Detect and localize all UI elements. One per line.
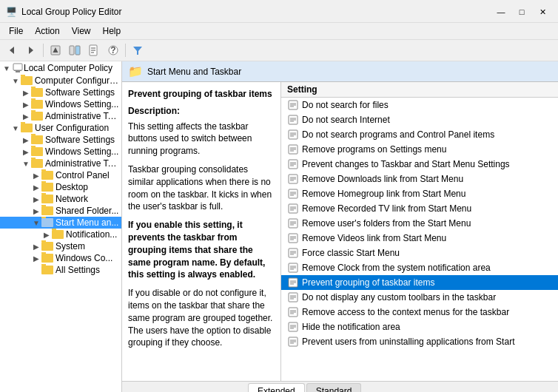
- tree-toggle[interactable]: ▼: [10, 124, 21, 132]
- svg-marker-0: [10, 47, 14, 54]
- settings-row[interactable]: Remove user's folders from the Start Men…: [281, 216, 558, 231]
- tree-toggle[interactable]: ▶: [21, 136, 31, 144]
- settings-row[interactable]: Prevent changes to Taskbar and Start Men…: [281, 157, 558, 172]
- back-button[interactable]: [3, 42, 21, 58]
- tree-desktop[interactable]: ▶ Desktop: [0, 181, 121, 193]
- settings-row[interactable]: Remove Homegroup link from Start Menu: [281, 186, 558, 201]
- tree-toggle[interactable]: ▶: [21, 89, 31, 97]
- tree-toggle[interactable]: ▶: [31, 207, 41, 215]
- tree-label: Computer Configura...: [35, 75, 120, 86]
- up-button[interactable]: ▲: [47, 42, 64, 58]
- policy-icon: [287, 291, 299, 303]
- tree-root[interactable]: ▼ Local Computer Policy: [0, 61, 121, 75]
- settings-row[interactable]: Hide the notification area: [281, 320, 558, 334]
- tree-toggle[interactable]: ▶: [31, 254, 41, 263]
- settings-row[interactable]: Remove programs on Settings menu: [281, 142, 558, 157]
- tree-notifications[interactable]: ▶ Notification...: [0, 229, 121, 240]
- tree-label: System: [56, 241, 85, 251]
- help-toolbar-button[interactable]: ?: [104, 42, 122, 58]
- tree-toggle[interactable]: ▶: [31, 195, 41, 203]
- settings-row-label: Do not display any custom toolbars in th…: [302, 292, 496, 303]
- policy-icon: [287, 188, 299, 200]
- folder-icon: [41, 206, 53, 215]
- tree-windows-settings-comp[interactable]: ▶ Windows Setting...: [0, 98, 121, 110]
- tree-label: Software Settings: [45, 135, 115, 145]
- settings-row-label: Remove Homegroup link from Start Menu: [302, 189, 465, 199]
- policy-icon: [287, 114, 299, 126]
- settings-row[interactable]: Do not search for files: [281, 98, 558, 112]
- tree-toggle[interactable]: ▶: [41, 231, 52, 239]
- settings-row[interactable]: Force classic Start Menu: [281, 246, 558, 260]
- tree-control-panel[interactable]: ▶ Control Panel: [0, 169, 121, 181]
- toolbar-separator-2: [125, 44, 126, 57]
- tree-admin-templates-comp[interactable]: ▶ Administrative Te...: [0, 110, 121, 122]
- tree-toggle[interactable]: ▶: [31, 183, 41, 192]
- tree-start-menu[interactable]: ▼ Start Menu an...: [0, 217, 121, 229]
- forward-button[interactable]: [22, 42, 40, 58]
- menu-file[interactable]: File: [3, 24, 29, 38]
- tree-label: Administrative Te...: [45, 158, 120, 169]
- title-bar: 🖥️ Local Group Policy Editor — □ ✕: [0, 0, 558, 23]
- tree-shared-folders[interactable]: ▶ Shared Folder...: [0, 205, 121, 217]
- tab-extended[interactable]: Extended: [248, 383, 305, 392]
- policy-icon: [287, 247, 299, 259]
- tree-label: Software Settings: [45, 87, 115, 98]
- tree-toggle[interactable]: ▶: [21, 101, 31, 109]
- policy-icon: [287, 321, 299, 333]
- tree-toggle[interactable]: ▼: [31, 219, 41, 227]
- window-title: Local Group Policy Editor: [21, 7, 121, 17]
- menu-view[interactable]: View: [66, 24, 97, 38]
- settings-row[interactable]: Do not search programs and Control Panel…: [281, 127, 558, 142]
- tree-toggle[interactable]: ▶: [31, 243, 41, 251]
- tree-all-settings[interactable]: All Settings: [0, 264, 121, 276]
- tab-standard[interactable]: Standard: [306, 383, 362, 392]
- tree-windows-settings-user[interactable]: ▶ Windows Setting...: [0, 146, 121, 158]
- policy-icon: [287, 129, 299, 141]
- folder-icon: [41, 266, 53, 274]
- filter-button[interactable]: [129, 42, 147, 58]
- folder-icon: [21, 124, 33, 132]
- settings-row[interactable]: Remove Downloads link from Start Menu: [281, 172, 558, 186]
- maximize-button[interactable]: □: [512, 4, 531, 19]
- tree-toggle[interactable]: ▼: [1, 64, 12, 72]
- settings-row[interactable]: Remove access to the context menus for t…: [281, 305, 558, 320]
- tree-system[interactable]: ▶ System: [0, 240, 121, 252]
- svg-text:▲: ▲: [51, 44, 60, 55]
- showhide-button[interactable]: [66, 42, 84, 58]
- tree-toggle[interactable]: ▶: [31, 172, 41, 180]
- folder-icon: [31, 135, 43, 144]
- settings-row-label: Prevent users from uninstalling applicat…: [302, 337, 514, 347]
- close-button[interactable]: ✕: [533, 4, 552, 19]
- settings-panel: Setting Do not search for filesDo not se…: [281, 82, 558, 381]
- tree-network[interactable]: ▶ Network: [0, 193, 121, 205]
- tree-computer-config[interactable]: ▼ Computer Configura...: [0, 75, 121, 87]
- settings-row[interactable]: Remove Recorded TV link from Start Menu: [281, 201, 558, 216]
- tree-windows-components[interactable]: ▶ Windows Co...: [0, 252, 121, 264]
- settings-row[interactable]: Prevent grouping of taskbar items: [281, 275, 558, 290]
- folder-icon: [41, 242, 53, 251]
- minimize-button[interactable]: —: [491, 4, 511, 19]
- properties-button[interactable]: [85, 42, 103, 58]
- settings-row[interactable]: Do not display any custom toolbars in th…: [281, 290, 558, 305]
- tree-toggle[interactable]: ▶: [21, 148, 31, 156]
- tree-user-config[interactable]: ▼ User Configuration: [0, 122, 121, 134]
- tree-label: Network: [56, 194, 88, 204]
- settings-row[interactable]: Remove Videos link from Start Menu: [281, 231, 558, 246]
- folder-icon: [41, 254, 53, 263]
- tree-toggle[interactable]: ▼: [10, 77, 21, 85]
- tree-admin-templates-user[interactable]: ▼ Administrative Te...: [0, 158, 121, 169]
- settings-row[interactable]: Do not search Internet: [281, 112, 558, 127]
- settings-row[interactable]: Remove Clock from the system notificatio…: [281, 260, 558, 275]
- menu-help[interactable]: Help: [97, 24, 127, 38]
- description-para-2: Taskbar grouping consolidates similar ap…: [128, 163, 275, 213]
- menu-action[interactable]: Action: [29, 24, 65, 38]
- settings-row-label: Do not search for files: [302, 100, 389, 110]
- tree-toggle[interactable]: ▶: [21, 112, 31, 121]
- tree-toggle[interactable]: ▼: [21, 160, 31, 168]
- header-strip: 📁 Start Menu and Taskbar: [122, 61, 558, 82]
- settings-row[interactable]: Prevent users from uninstalling applicat…: [281, 334, 558, 349]
- tree-software-settings-user[interactable]: ▶ Software Settings: [0, 134, 121, 146]
- tree-software-settings-comp[interactable]: ▶ Software Settings: [0, 87, 121, 98]
- policy-icon: [287, 262, 299, 274]
- policy-icon: [287, 99, 299, 111]
